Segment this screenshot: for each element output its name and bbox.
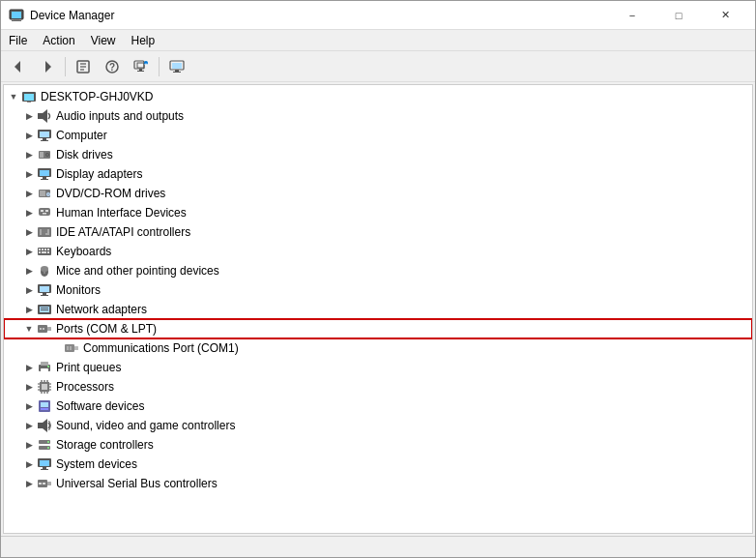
toolbar-back[interactable] bbox=[5, 54, 32, 79]
svg-rect-14 bbox=[139, 69, 142, 71]
minimize-button[interactable]: − bbox=[610, 1, 654, 30]
toolbar: ? + bbox=[1, 51, 755, 82]
svg-rect-56 bbox=[47, 249, 49, 250]
ide-icon bbox=[37, 224, 52, 240]
svg-rect-43 bbox=[39, 208, 50, 216]
svg-rect-100 bbox=[41, 402, 48, 407]
tree-item-dvd[interactable]: ▶ DVD/CD-ROM drives bbox=[4, 184, 752, 203]
toolbar-separator-1 bbox=[65, 57, 66, 76]
tree-item-computer[interactable]: ▶ Computer bbox=[4, 126, 752, 145]
svg-rect-76 bbox=[74, 346, 78, 350]
keyboards-icon bbox=[37, 244, 52, 259]
tree-item-sound[interactable]: ▶ Sound, video and game controllers bbox=[4, 416, 752, 435]
svg-rect-82 bbox=[41, 362, 48, 366]
tree-item-com1[interactable]: ▶ Communications Port (COM1) bbox=[4, 338, 752, 358]
tree-root[interactable]: ▼ DESKTOP-GHJ0VKD bbox=[4, 87, 752, 106]
toolbar-forward[interactable] bbox=[34, 54, 61, 79]
ports-icon bbox=[37, 321, 52, 337]
tree-item-hid[interactable]: ▶ Human Interface Devices bbox=[4, 203, 752, 222]
svg-rect-24 bbox=[27, 102, 31, 103]
status-bar bbox=[1, 536, 755, 557]
tree-item-ide[interactable]: ▶ IDE ATA/ATAPI controllers bbox=[4, 222, 752, 242]
monitors-icon bbox=[37, 282, 52, 298]
svg-point-34 bbox=[46, 154, 48, 156]
print-expander: ▶ bbox=[21, 358, 37, 377]
display-expander: ▶ bbox=[21, 164, 37, 184]
svg-point-80 bbox=[70, 348, 72, 350]
disk-label: Disk drives bbox=[56, 148, 113, 162]
software-label: Software devices bbox=[56, 399, 144, 413]
keyboards-expander: ▶ bbox=[21, 242, 37, 261]
svg-rect-83 bbox=[41, 368, 48, 372]
toolbar-monitor[interactable] bbox=[163, 54, 190, 79]
software-icon bbox=[37, 398, 52, 414]
tree-item-audio[interactable]: ▶ Audio inputs and outputs bbox=[4, 106, 752, 126]
svg-text:?: ? bbox=[109, 62, 115, 73]
disk-icon bbox=[37, 147, 52, 162]
svg-rect-25 bbox=[38, 113, 43, 119]
toolbar-help[interactable]: ? bbox=[99, 54, 126, 79]
tree-item-processors[interactable]: ▶ bbox=[4, 377, 752, 396]
svg-rect-54 bbox=[42, 249, 44, 250]
hid-expander: ▶ bbox=[21, 203, 37, 222]
display-icon bbox=[37, 166, 52, 182]
svg-point-74 bbox=[43, 328, 44, 330]
svg-point-73 bbox=[40, 328, 42, 330]
svg-marker-103 bbox=[43, 419, 47, 432]
tree-item-print[interactable]: ▶ Print queues bbox=[4, 358, 752, 377]
svg-point-62 bbox=[41, 266, 48, 272]
svg-rect-23 bbox=[24, 94, 34, 101]
svg-rect-30 bbox=[41, 140, 48, 141]
toolbar-scan[interactable]: + bbox=[128, 54, 155, 79]
title-bar: Device Manager − □ ✕ bbox=[1, 1, 755, 30]
usb-icon bbox=[37, 476, 52, 491]
tree-item-disk[interactable]: ▶ Disk drives bbox=[4, 145, 752, 164]
svg-rect-86 bbox=[42, 384, 47, 390]
audio-label: Audio inputs and outputs bbox=[56, 109, 184, 123]
menu-view[interactable]: View bbox=[83, 30, 124, 51]
svg-rect-38 bbox=[41, 179, 48, 180]
storage-label: Storage controllers bbox=[56, 438, 154, 452]
svg-rect-20 bbox=[175, 70, 179, 72]
dvd-label: DVD/CD-ROM drives bbox=[56, 187, 165, 200]
ports-expander: ▼ bbox=[21, 319, 37, 338]
tree-item-display[interactable]: ▶ Display adapters bbox=[4, 164, 752, 184]
svg-rect-110 bbox=[43, 467, 46, 469]
svg-rect-1 bbox=[12, 12, 21, 18]
toolbar-properties[interactable] bbox=[70, 54, 97, 79]
print-label: Print queues bbox=[56, 361, 121, 374]
menu-action[interactable]: Action bbox=[35, 30, 82, 51]
tree-item-software[interactable]: ▶ Software devices bbox=[4, 396, 752, 416]
tree-item-storage[interactable]: ▶ Storage controllers bbox=[4, 435, 752, 455]
tree-item-usb[interactable]: ▶ Universal Serial Bus controllers bbox=[4, 474, 752, 493]
svg-point-106 bbox=[47, 441, 49, 443]
menu-help[interactable]: Help bbox=[124, 30, 163, 51]
svg-rect-3 bbox=[12, 20, 21, 21]
svg-rect-70 bbox=[41, 309, 48, 310]
print-icon bbox=[37, 360, 52, 375]
network-expander: ▶ bbox=[21, 300, 37, 319]
tree-item-ports[interactable]: ▼ Ports (COM & LPT) bbox=[4, 319, 752, 338]
menu-file[interactable]: File bbox=[1, 30, 35, 51]
device-tree-panel[interactable]: ▼ DESKTOP-GHJ0VKD ▶ bbox=[3, 84, 753, 534]
ide-label: IDE ATA/ATAPI controllers bbox=[56, 225, 190, 239]
svg-text:+: + bbox=[144, 60, 148, 66]
svg-rect-32 bbox=[40, 152, 44, 158]
sound-icon bbox=[37, 418, 52, 433]
svg-point-77 bbox=[67, 346, 69, 348]
computer-label: Computer bbox=[56, 129, 107, 142]
svg-marker-5 bbox=[45, 61, 51, 73]
tree-item-network[interactable]: ▶ Network adapters bbox=[4, 300, 752, 319]
computer-expander: ▶ bbox=[21, 126, 37, 145]
maximize-button[interactable]: □ bbox=[656, 1, 701, 30]
svg-rect-29 bbox=[43, 138, 46, 140]
close-button[interactable]: ✕ bbox=[703, 1, 747, 30]
tree-item-mice[interactable]: ▶ Mice and other pointing devices bbox=[4, 261, 752, 280]
tree-item-monitors[interactable]: ▶ Monitors bbox=[4, 280, 752, 300]
tree-item-keyboards[interactable]: ▶ Keyboards bbox=[4, 242, 752, 261]
device-manager-window: Device Manager − □ ✕ File Action View He… bbox=[0, 0, 756, 558]
tree-item-system[interactable]: ▶ System devices bbox=[4, 455, 752, 474]
network-icon bbox=[37, 302, 52, 317]
dvd-expander: ▶ bbox=[21, 184, 37, 203]
storage-expander: ▶ bbox=[21, 435, 37, 455]
